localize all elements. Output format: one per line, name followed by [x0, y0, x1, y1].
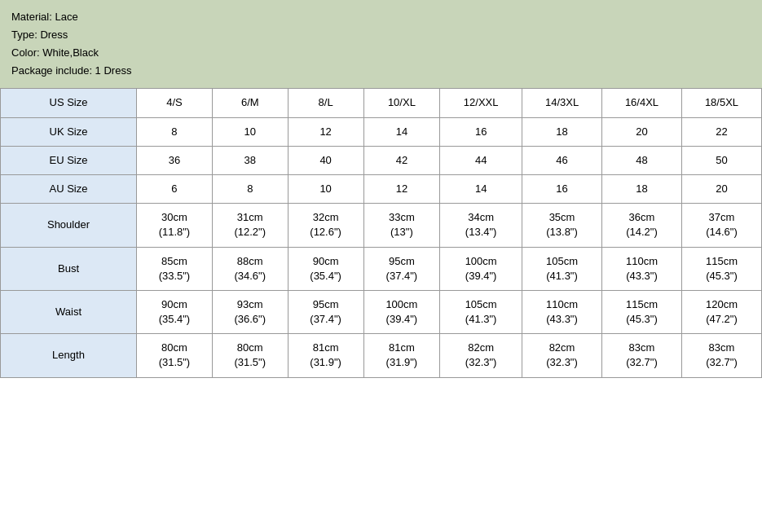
- cell-1-5: 18: [522, 117, 602, 146]
- cell-5-1: 88cm(34.6"): [212, 247, 288, 290]
- cell-3-7: 20: [681, 174, 761, 203]
- cell-7-6: 83cm(32.7"): [602, 334, 682, 377]
- table-row: AU Size68101214161820: [1, 174, 762, 203]
- cell-0-7: 18/5XL: [681, 89, 761, 117]
- cell-3-4: 14: [440, 174, 522, 203]
- cell-7-2: 81cm(31.9"): [288, 334, 363, 377]
- cell-5-5: 105cm(41.3"): [522, 247, 602, 290]
- cell-6-6: 115cm(45.3"): [602, 290, 682, 333]
- cell-6-1: 93cm(36.6"): [212, 290, 288, 333]
- cell-7-0: 80cm(31.5"): [137, 334, 213, 377]
- table-row: Shoulder30cm(11.8")31cm(12.2")32cm(12.6"…: [1, 204, 762, 247]
- cell-7-5: 82cm(32.3"): [522, 334, 602, 377]
- cell-2-5: 46: [522, 146, 602, 174]
- cell-0-3: 10/XL: [363, 89, 440, 117]
- table-row: UK Size810121416182022: [1, 117, 762, 146]
- cell-3-5: 16: [522, 174, 602, 203]
- info-color: Color: White,Black: [11, 44, 751, 62]
- cell-5-3: 95cm(37.4"): [363, 247, 440, 290]
- cell-4-3: 33cm(13"): [363, 204, 440, 247]
- cell-3-0: 6: [137, 174, 213, 203]
- cell-3-2: 10: [288, 174, 363, 203]
- cell-2-1: 38: [212, 146, 288, 174]
- cell-2-6: 48: [602, 146, 682, 174]
- info-package: Package include: 1 Dress: [11, 62, 751, 80]
- row-header-us-size: US Size: [1, 89, 137, 117]
- table-row: Length80cm(31.5")80cm(31.5")81cm(31.9")8…: [1, 334, 762, 377]
- cell-4-4: 34cm(13.4"): [440, 204, 522, 247]
- cell-0-2: 8/L: [288, 89, 363, 117]
- cell-4-0: 30cm(11.8"): [137, 204, 213, 247]
- cell-7-1: 80cm(31.5"): [212, 334, 288, 377]
- info-material: Material: Lace: [11, 8, 751, 26]
- cell-0-5: 14/3XL: [522, 89, 602, 117]
- row-header-uk-size: UK Size: [1, 117, 137, 146]
- row-header-length: Length: [1, 334, 137, 377]
- cell-2-0: 36: [137, 146, 213, 174]
- cell-5-4: 100cm(39.4"): [440, 247, 522, 290]
- cell-2-3: 42: [363, 146, 440, 174]
- cell-4-6: 36cm(14.2"): [602, 204, 682, 247]
- cell-2-4: 44: [440, 146, 522, 174]
- cell-1-1: 10: [212, 117, 288, 146]
- info-section: Material: Lace Type: Dress Color: White,…: [0, 0, 762, 88]
- size-table: US Size4/S6/M8/L10/XL12/XXL14/3XL16/4XL1…: [0, 88, 762, 377]
- cell-4-1: 31cm(12.2"): [212, 204, 288, 247]
- cell-0-1: 6/M: [212, 89, 288, 117]
- cell-3-6: 18: [602, 174, 682, 203]
- row-header-au-size: AU Size: [1, 174, 137, 203]
- row-header-bust: Bust: [1, 247, 137, 290]
- cell-7-7: 83cm(32.7"): [681, 334, 761, 377]
- cell-0-4: 12/XXL: [440, 89, 522, 117]
- cell-6-2: 95cm(37.4"): [288, 290, 363, 333]
- table-row: Bust85cm(33.5")88cm(34.6")90cm(35.4")95c…: [1, 247, 762, 290]
- cell-0-6: 16/4XL: [602, 89, 682, 117]
- cell-6-4: 105cm(41.3"): [440, 290, 522, 333]
- cell-1-3: 14: [363, 117, 440, 146]
- cell-6-0: 90cm(35.4"): [137, 290, 213, 333]
- cell-0-0: 4/S: [137, 89, 213, 117]
- cell-1-0: 8: [137, 117, 213, 146]
- cell-4-7: 37cm(14.6"): [681, 204, 761, 247]
- cell-2-7: 50: [681, 146, 761, 174]
- cell-6-3: 100cm(39.4"): [363, 290, 440, 333]
- cell-2-2: 40: [288, 146, 363, 174]
- cell-1-7: 22: [681, 117, 761, 146]
- cell-3-3: 12: [363, 174, 440, 203]
- cell-4-2: 32cm(12.6"): [288, 204, 363, 247]
- cell-7-3: 81cm(31.9"): [363, 334, 440, 377]
- cell-4-5: 35cm(13.8"): [522, 204, 602, 247]
- cell-6-7: 120cm(47.2"): [681, 290, 761, 333]
- cell-5-7: 115cm(45.3"): [681, 247, 761, 290]
- table-row: Waist90cm(35.4")93cm(36.6")95cm(37.4")10…: [1, 290, 762, 333]
- cell-1-6: 20: [602, 117, 682, 146]
- cell-1-4: 16: [440, 117, 522, 146]
- row-header-shoulder: Shoulder: [1, 204, 137, 247]
- row-header-eu-size: EU Size: [1, 146, 137, 174]
- cell-1-2: 12: [288, 117, 363, 146]
- table-row: EU Size3638404244464850: [1, 146, 762, 174]
- cell-5-2: 90cm(35.4"): [288, 247, 363, 290]
- row-header-waist: Waist: [1, 290, 137, 333]
- cell-5-0: 85cm(33.5"): [137, 247, 213, 290]
- cell-7-4: 82cm(32.3"): [440, 334, 522, 377]
- info-type: Type: Dress: [11, 26, 751, 44]
- cell-6-5: 110cm(43.3"): [522, 290, 602, 333]
- cell-5-6: 110cm(43.3"): [602, 247, 682, 290]
- table-row: US Size4/S6/M8/L10/XL12/XXL14/3XL16/4XL1…: [1, 89, 762, 117]
- cell-3-1: 8: [212, 174, 288, 203]
